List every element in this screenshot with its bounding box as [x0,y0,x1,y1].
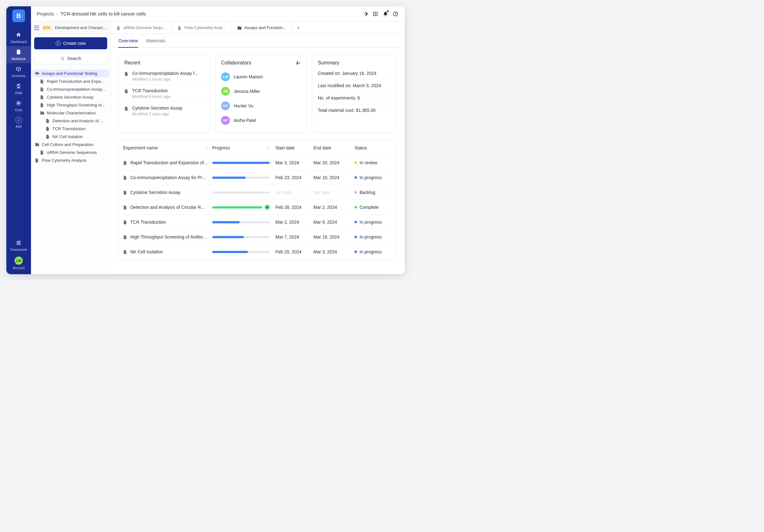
settings-button[interactable] [362,10,369,17]
app-logo[interactable]: B [12,10,25,22]
tree-file[interactable]: Co-immunoprecipitation Assay fo... [32,85,109,93]
collaborator-item[interactable]: APAisha Patel [221,113,301,128]
breadcrumb-root[interactable]: Projects [37,11,54,16]
file-icon [35,158,40,163]
search-button[interactable]: Search [34,53,107,65]
table-row[interactable]: High Throughput Screening of Antibody P.… [118,229,397,244]
card-title: Summary [318,60,391,66]
notifications-button[interactable] [382,10,389,17]
status-label: In progress [360,249,382,254]
tab[interactable]: Assays and Function... [232,22,292,34]
table-row[interactable]: NK Cell Isolation Feb 29, 2024 Mar 3, 20… [118,244,397,259]
recent-item[interactable]: TCR TransductionModified 6 hours ago [124,85,204,102]
tree-label: High Throughput Screening of An... [47,103,106,107]
project-title: Development and Characteriza... [55,25,107,30]
status-label: In progress [360,219,382,225]
start-date: Feb 23, 2024 [276,175,313,180]
card-title: Collaborators [221,60,301,66]
subtab-materials[interactable]: Materials [146,38,166,48]
start-date: Mar 7, 2024 [276,234,313,239]
collaborator-item[interactable]: HVHunter Vu [221,98,301,113]
table-row[interactable]: Cytokine Secretion Assay Set date Set da… [118,185,397,200]
collaborator-item[interactable]: JMJessica Miller [221,84,301,98]
dna-icon [15,83,22,90]
progress-bar [212,221,270,223]
file-icon [124,89,129,93]
nav-dashboard[interactable]: Dashboard [6,29,31,46]
progress-bar [212,236,270,238]
create-new-button[interactable]: + Create new [34,37,107,49]
apps-button[interactable] [372,10,379,17]
nav-add[interactable]: + Add [6,114,31,131]
collaborator-item[interactable]: LMLauren Maison [221,69,301,84]
file-icon [46,118,50,123]
table-row[interactable]: Detection and Analysis of Circular RNAs.… [118,200,397,214]
nav-core[interactable]: Core [6,97,31,114]
subtab-overview[interactable]: Overview [118,38,138,48]
clipboard-icon [15,49,22,56]
tree-folder[interactable]: Cell Culture and Preparation [32,141,109,149]
experiment-name: TCR Transduction [130,219,166,225]
table-row[interactable]: Co-immunoprecipitation Assay for Protei.… [118,170,397,185]
end-date: Mar 2, 2024 [313,205,354,210]
file-icon [124,106,129,111]
file-icon [123,205,127,209]
experiment-name: Cytokine Secretion Assay [130,190,181,195]
col-status: Status [354,145,367,150]
recent-item[interactable]: Cytokine Secretion AssayModified 3 days … [124,102,204,119]
menu-icon[interactable] [34,26,39,30]
tree-file[interactable]: TCR Transduction [32,125,109,133]
nav-notebook[interactable]: Notebook [6,46,31,63]
tree-file[interactable]: Flow Cytometry Analysis [32,156,109,164]
file-icon [40,95,45,99]
tree-file[interactable]: siRNA Genome Sequences [32,149,109,156]
recent-item[interactable]: Co-immunoprecipitation Assay f...Modifie… [124,69,204,85]
tree-folder[interactable]: Molecular Characterization [32,109,109,117]
tab-label: Flow Cytometry Anal... [184,25,226,30]
folder-icon [237,26,242,30]
sort-icon[interactable] [266,146,270,150]
help-button[interactable] [392,10,399,17]
sort-icon[interactable] [205,146,208,150]
nav-account[interactable]: LM Account [6,254,31,274]
core-icon [15,100,22,107]
tree-file[interactable]: Cytokine Secretion Assay [32,93,109,101]
folder-icon [35,142,40,147]
tab[interactable]: siRNA Genome Sequ... [111,22,172,34]
table-row[interactable]: TCR Transduction Mar 2, 2024 Mar 9, 2024… [118,214,397,229]
experiments-table: Experiment name Progress Start date End … [118,140,397,259]
add-person-icon[interactable] [296,60,301,66]
add-tab-button[interactable]: + [292,22,305,34]
card-title: Recent [124,60,204,66]
tree-file[interactable]: NK Cell Isolation [32,133,109,141]
col-end-date: End date [313,145,331,150]
content-area: siRNA Genome Sequ...Flow Cytometry Anal.… [111,22,405,274]
nav-dna[interactable]: DNA [6,80,31,97]
recent-title: Co-immunoprecipitation Assay f... [132,71,198,76]
table-row[interactable]: Rapid Transduction and Expansion of Tran… [118,155,397,170]
tree-file[interactable]: Rapid Transduction and Expansio... [32,77,109,85]
status-label: Complete [360,205,379,210]
sidebar-header: ETC Development and Characteriza... [31,22,110,34]
recent-meta: Modified 3 hours ago [132,77,198,81]
file-icon [116,26,121,30]
tree-file[interactable]: Detection and Analysis of Cir... [32,117,109,125]
file-icon [123,250,127,254]
file-icon [40,87,45,92]
tree-file[interactable]: High Throughput Screening of An... [32,101,109,109]
progress-bar [212,206,262,208]
tab-bar: siRNA Genome Sequ...Flow Cytometry Anal.… [111,22,405,34]
status-label: In progress [360,175,382,180]
nav-label: Add [16,124,22,128]
tree-label: NK Cell Isolation [53,134,83,139]
gear-icon [362,11,368,17]
nav-inventory[interactable]: Inventory [6,63,31,80]
start-date: Feb 29, 2024 [276,249,313,254]
nav-framework[interactable]: Framework [6,237,31,254]
plus-circle-icon: + [16,117,22,123]
end-date: Mar 3, 2024 [313,249,354,254]
status-dot [354,191,357,194]
tab[interactable]: Flow Cytometry Anal... [172,22,232,34]
file-icon [40,79,45,84]
tree-folder[interactable]: Assays and Functional Testing [32,69,109,77]
